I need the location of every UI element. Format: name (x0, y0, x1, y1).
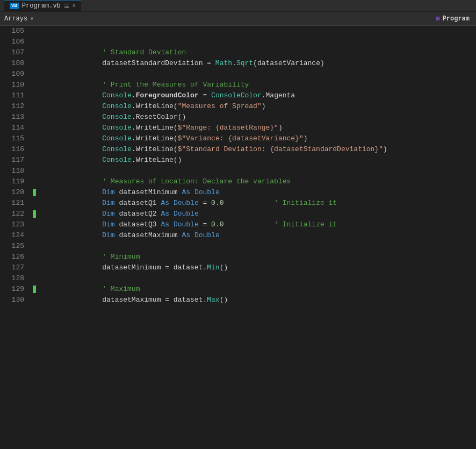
line-num-123: 123 (0, 219, 30, 230)
line-num-108: 108 (0, 58, 30, 69)
ind-119 (30, 176, 39, 187)
ind-114 (30, 123, 39, 133)
line-num-105: 105 (0, 26, 30, 37)
ind-107 (30, 47, 39, 58)
code-line-109: ' Print the Measures of Variability (44, 69, 476, 80)
ind-130 (30, 295, 39, 305)
ind-112 (30, 101, 39, 112)
ind-121 (30, 198, 39, 209)
breadcrumb-arrow-icon: ▾ (30, 14, 34, 23)
line-num-126: 126 (0, 252, 30, 262)
line-num-127: 127 (0, 262, 30, 273)
line-num-107: 107 (0, 47, 30, 58)
line-num-118: 118 (0, 166, 30, 176)
line-num-120: 120 (0, 187, 30, 198)
tab-label: Program.vb (22, 2, 61, 10)
ind-117 (30, 155, 39, 166)
ind-110 (30, 80, 39, 90)
ind-115 (30, 133, 39, 144)
title-bar: VB Program.vb ☰ × (0, 0, 476, 12)
ind-105 (30, 26, 39, 37)
line-num-125: 125 (0, 241, 30, 252)
code-line-106: ' Standard Deviation (44, 37, 476, 47)
program-icon: ⊞ (436, 15, 439, 23)
tab-pin-icon: ☰ (64, 3, 69, 10)
line-num-117: 117 (0, 155, 30, 166)
ind-109 (30, 69, 39, 80)
ind-123 (30, 219, 39, 230)
ind-127 (30, 262, 39, 273)
code-line-118: ' Measures of Location: Declare the vari… (44, 166, 476, 176)
ind-125 (30, 241, 39, 252)
line-num-110: 110 (0, 80, 30, 90)
line-num-116: 116 (0, 144, 30, 155)
line-num-109: 109 (0, 69, 30, 80)
line-num-115: 115 (0, 133, 30, 144)
ind-129 (30, 284, 39, 295)
line-num-113: 113 (0, 112, 30, 123)
line-number-gutter: 105 106 107 108 109 110 111 112 113 114 … (0, 26, 30, 449)
ind-126 (30, 252, 39, 262)
indicator-gutter (30, 26, 39, 449)
editor: 105 106 107 108 109 110 111 112 113 114 … (0, 26, 476, 449)
breadcrumb-left[interactable]: Arrays ▾ (0, 14, 429, 23)
ind-111 (30, 90, 39, 101)
tab-close-button[interactable]: × (73, 3, 76, 9)
line-num-114: 114 (0, 123, 30, 133)
line-num-130: 130 (0, 295, 30, 305)
line-num-122: 122 (0, 209, 30, 219)
ind-108 (30, 58, 39, 69)
ind-106 (30, 37, 39, 47)
toolbar: Arrays ▾ ⊞ Program (0, 12, 476, 26)
code-line-125: ' Minimum (44, 241, 476, 252)
line-num-106: 106 (0, 37, 30, 47)
code-line-128: ' Maximum (44, 273, 476, 284)
ind-120 (30, 187, 39, 198)
ind-113 (30, 112, 39, 123)
line-num-128: 128 (0, 273, 30, 284)
breadcrumb-arrays: Arrays (4, 15, 27, 23)
line-num-112: 112 (0, 101, 30, 112)
ind-118 (30, 166, 39, 176)
vb-icon: VB (10, 3, 19, 9)
line-num-124: 124 (0, 230, 30, 241)
line-num-111: 111 (0, 90, 30, 101)
line-num-119: 119 (0, 176, 30, 187)
file-tab[interactable]: VB Program.vb ☰ × (4, 1, 81, 11)
ind-116 (30, 144, 39, 155)
breadcrumb-right[interactable]: ⊞ Program (429, 15, 476, 23)
ind-128 (30, 273, 39, 284)
ind-124 (30, 230, 39, 241)
program-label: Program (443, 15, 470, 23)
line-num-129: 129 (0, 284, 30, 295)
ind-122 (30, 209, 39, 219)
line-num-121: 121 (0, 198, 30, 209)
code-line-105 (44, 26, 476, 37)
code-area[interactable]: ' Standard Deviation datasetStandardDevi… (39, 26, 476, 449)
